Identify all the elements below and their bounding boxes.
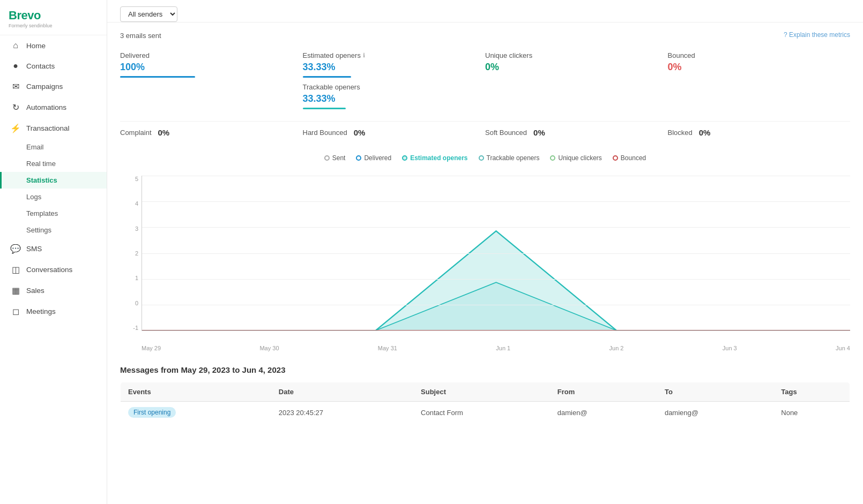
logo-name: Brevo (9, 9, 98, 22)
legend-sent-label: Sent (332, 154, 346, 162)
campaigns-icon: ✉ (10, 81, 21, 92)
messages-section: Messages from May 29, 2023 to Jun 4, 202… (107, 365, 863, 437)
y-label-1: 1 (125, 275, 138, 281)
emails-sent-text: 3 emails sent (120, 32, 161, 40)
grid-line-1 (142, 279, 850, 280)
messages-title: Messages from May 29, 2023 to Jun 4, 202… (120, 365, 850, 374)
legend-sent[interactable]: Sent (324, 154, 346, 162)
sidebar-subitem-realtime[interactable]: Real time (0, 155, 107, 172)
metric-complaint: Complaint 0% (120, 128, 303, 137)
sidebar-item-label-transactional: Transactional (26, 124, 70, 132)
metric-hard-bounced: Hard Bounced 0% (303, 128, 486, 137)
legend-bounced-label: Bounced (621, 154, 646, 162)
legend-estimated[interactable]: Estimated openers (402, 154, 467, 162)
metric-soft-bounced: Soft Bounced 0% (485, 128, 668, 137)
logo-sub: Formerly sendinblue (9, 23, 98, 28)
metric-complaint-label: Complaint (120, 129, 152, 137)
metric-blocked: Blocked 0% (668, 128, 851, 137)
metric-estimated-openers: Estimated openers ℹ 33.33% Trackable ope… (303, 47, 486, 116)
col-subject: Subject (413, 382, 550, 402)
chart-plot-area (142, 176, 850, 331)
y-label-5: 5 (125, 176, 138, 182)
sidebar-item-label-automations: Automations (26, 103, 66, 111)
legend-bounced[interactable]: Bounced (613, 154, 646, 162)
sidebar-subitem-templates[interactable]: Templates (0, 205, 107, 222)
sidebar-item-meetings[interactable]: ◻ Meetings (0, 301, 107, 322)
x-label-may31: May 31 (378, 345, 397, 351)
col-events: Events (121, 382, 271, 402)
sidebar-item-home[interactable]: ⌂ Home (0, 35, 107, 56)
sidebar-subitem-label-settings: Settings (26, 226, 51, 234)
main-content: All senders 3 emails sent Explain these … (107, 0, 863, 504)
sidebar-item-sales[interactable]: ▦ Sales (0, 280, 107, 301)
metric-trackable-bar (303, 108, 346, 109)
estimated-info-icon[interactable]: ℹ (363, 52, 365, 59)
sidebar-item-contacts[interactable]: ● Contacts (0, 56, 107, 76)
sidebar-item-label-sales: Sales (26, 287, 44, 295)
sidebar-subitem-settings[interactable]: Settings (0, 222, 107, 238)
metric-soft-bounced-label: Soft Bounced (485, 129, 527, 137)
x-label-may29: May 29 (142, 345, 161, 351)
senders-filter[interactable]: All senders (120, 6, 177, 22)
legend-trackable[interactable]: Trackable openers (479, 154, 540, 162)
trackable-area (142, 282, 850, 330)
sidebar-subitem-logs[interactable]: Logs (0, 189, 107, 205)
table-body: First opening 2023 20:45:27 Contact Form… (121, 402, 850, 424)
grid-line-2 (142, 253, 850, 254)
sidebar-item-label-home: Home (26, 42, 46, 50)
logo: Brevo Formerly sendinblue (0, 0, 107, 35)
metric-blocked-value: 0% (699, 128, 711, 137)
sidebar-item-transactional[interactable]: ⚡ Transactional (0, 118, 107, 139)
metric-soft-bounced-value: 0% (533, 128, 545, 137)
legend-delivered[interactable]: Delivered (356, 154, 391, 162)
sidebar-item-conversations[interactable]: ◫ Conversations (0, 259, 107, 280)
legend-unique[interactable]: Unique clickers (550, 154, 601, 162)
col-to: To (657, 382, 773, 402)
metric-bounced-value: 0% (668, 62, 851, 73)
col-tags: Tags (773, 382, 850, 402)
metric-estimated-bar (303, 76, 351, 78)
sms-icon: 💬 (10, 244, 21, 254)
metric-estimated-value: 33.33% (303, 62, 486, 73)
event-badge[interactable]: First opening (128, 407, 176, 418)
automations-icon: ↻ (10, 102, 21, 112)
metric-delivered-value: 100% (120, 62, 303, 73)
sidebar-item-automations[interactable]: ↻ Automations (0, 97, 107, 118)
sidebar-item-label-contacts: Contacts (26, 62, 55, 70)
x-label-jun1: Jun 1 (496, 345, 510, 351)
grid-line-3 (142, 227, 850, 228)
delivered-dot (356, 155, 361, 161)
metric-unique-clickers: Unique clickers 0% (485, 47, 668, 116)
chart-section: Sent Delivered Estimated openers Trackab… (107, 154, 863, 352)
explain-metrics-link[interactable]: Explain these metrics (784, 31, 850, 39)
legend-delivered-label: Delivered (364, 154, 391, 162)
metric-unique-label: Unique clickers (485, 51, 668, 59)
sidebar-subitem-email[interactable]: Email (0, 139, 107, 155)
sidebar-subitem-label-email: Email (26, 143, 44, 151)
cell-to: damieng@ (657, 402, 773, 424)
cell-date: 2023 20:45:27 (271, 402, 413, 424)
sidebar-subitem-label-templates: Templates (26, 209, 58, 217)
sidebar-item-sms[interactable]: 💬 SMS (0, 238, 107, 259)
sidebar-subitem-statistics[interactable]: Statistics (0, 172, 107, 189)
table-header-row: Events Date Subject From To Tags (121, 382, 850, 402)
metric-delivered: Delivered 100% (120, 47, 303, 116)
trackable-dot (479, 155, 484, 161)
metrics-grid-row1: Delivered 100% Estimated openers ℹ 33.33… (120, 47, 850, 116)
chart-x-axis: May 29 May 30 May 31 Jun 1 Jun 2 Jun 3 J… (142, 335, 850, 352)
metric-bounced-label: Bounced (668, 51, 851, 59)
cell-event: First opening (121, 402, 271, 424)
messages-table: Events Date Subject From To Tags First o… (120, 382, 850, 424)
grid-line-5 (142, 176, 850, 176)
sent-dot (324, 155, 330, 161)
cell-subject: Contact Form (413, 402, 550, 424)
table-row: First opening 2023 20:45:27 Contact Form… (121, 402, 850, 424)
x-label-jun3: Jun 3 (723, 345, 737, 351)
x-label-jun4: Jun 4 (836, 345, 850, 351)
sidebar-item-campaigns[interactable]: ✉ Campaigns (0, 76, 107, 97)
transactional-icon: ⚡ (10, 123, 21, 133)
sidebar-subitem-label-logs: Logs (26, 193, 41, 201)
sidebar-item-label-campaigns: Campaigns (26, 82, 63, 91)
emails-sent-label: 3 emails sent Explain these metrics (120, 31, 850, 47)
sidebar-subitem-label-realtime: Real time (26, 160, 56, 168)
